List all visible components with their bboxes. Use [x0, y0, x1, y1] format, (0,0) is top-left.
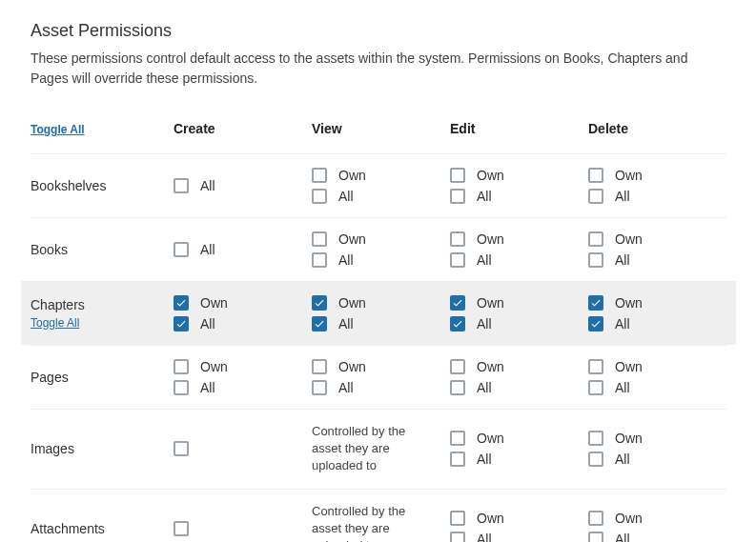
checkbox-create-all[interactable]: All [174, 178, 312, 193]
permissions-table: Toggle All Create View Edit Delete Books… [31, 117, 725, 542]
checkbox-delete-all[interactable]: All [588, 316, 726, 331]
checkbox-delete-all[interactable]: All [588, 532, 726, 542]
checkbox-view-own[interactable]: Own [312, 231, 450, 247]
checkbox-icon [174, 359, 189, 374]
checkbox-label: All [338, 189, 354, 204]
checkbox-create-own[interactable]: Own [174, 295, 312, 311]
checkbox-label: Own [477, 168, 504, 183]
checkbox-label: Own [338, 359, 366, 374]
row-label: Attachments [31, 489, 174, 542]
checkbox-edit-all[interactable]: All [450, 532, 588, 542]
checkbox-label: Own [338, 168, 366, 183]
checkbox-label: All [200, 380, 215, 395]
perm-cell-create: All [174, 153, 312, 217]
col-header-delete: Delete [588, 117, 726, 153]
checkbox-icon [312, 316, 327, 331]
checkbox-icon [450, 532, 465, 542]
checkbox-label: All [200, 178, 215, 193]
checkbox-label: All [477, 316, 492, 331]
checkbox-icon [588, 295, 603, 311]
checkbox-icon [588, 168, 603, 183]
perm-cell-delete: OwnAll [588, 217, 726, 281]
checkbox-edit-own[interactable]: Own [450, 168, 588, 183]
checkbox-label: Own [477, 359, 504, 374]
checkbox-label: Own [615, 295, 643, 311]
checkbox-view-all[interactable]: All [312, 252, 450, 268]
perm-cell-create [174, 489, 312, 542]
checkbox-edit-own[interactable]: Own [450, 295, 588, 311]
perm-cell-edit: OwnAll [450, 281, 588, 345]
checkbox-delete-own[interactable]: Own [588, 231, 726, 247]
checkbox-edit-all[interactable]: All [450, 189, 588, 204]
checkbox-view-all[interactable]: All [312, 189, 450, 204]
toggle-all-row[interactable]: Toggle All [31, 316, 174, 330]
checkbox-view-all[interactable]: All [312, 380, 450, 395]
checkbox-delete-own[interactable]: Own [588, 431, 726, 446]
checkbox-delete-all[interactable]: All [588, 452, 726, 467]
checkbox-label: Own [477, 431, 504, 446]
checkbox-delete-all[interactable]: All [588, 380, 726, 395]
checkbox-edit-own[interactable]: Own [450, 431, 588, 446]
checkbox-label: All [477, 452, 492, 467]
checkbox-icon [312, 295, 327, 311]
checkbox-delete-own[interactable]: Own [588, 359, 726, 374]
checkbox-view-own[interactable]: Own [312, 295, 450, 311]
checkbox-edit-all[interactable]: All [450, 452, 588, 467]
checkbox-delete-all[interactable]: All [588, 252, 726, 268]
checkbox-edit-all[interactable]: All [450, 316, 588, 331]
checkbox-edit-own[interactable]: Own [450, 359, 588, 374]
checkbox-icon [450, 295, 465, 311]
checkbox-label: Own [477, 511, 504, 526]
checkbox-view-own[interactable]: Own [312, 359, 450, 374]
checkbox-icon [588, 231, 603, 247]
checkbox-edit-own[interactable]: Own [450, 231, 588, 247]
perm-cell-view: OwnAll [312, 345, 450, 409]
checkbox-label: All [477, 380, 492, 395]
row-label: Images [31, 409, 174, 489]
row-label: ChaptersToggle All [21, 281, 174, 345]
checkbox-delete-all[interactable]: All [588, 189, 726, 204]
checkbox-edit-own[interactable]: Own [450, 511, 588, 526]
checkbox-delete-own[interactable]: Own [588, 168, 726, 183]
checkbox-edit-all[interactable]: All [450, 380, 588, 395]
checkbox-delete-own[interactable]: Own [588, 511, 726, 526]
checkbox-delete-own[interactable]: Own [588, 295, 726, 311]
checkbox-create-own[interactable]: Own [174, 359, 312, 374]
perm-cell-edit: OwnAll [450, 217, 588, 281]
checkbox-icon [312, 189, 327, 204]
checkbox-icon [174, 242, 189, 257]
checkbox-label: Own [615, 431, 643, 446]
checkbox-label: All [338, 252, 354, 268]
row-label-text: Attachments [31, 521, 174, 536]
checkbox-create-all[interactable]: All [174, 380, 312, 395]
perm-cell-edit: OwnAll [450, 345, 588, 409]
row-label-text: Books [31, 242, 174, 257]
checkbox-label: All [200, 242, 215, 257]
checkbox-label: Own [200, 295, 228, 311]
checkbox-label: All [338, 380, 354, 395]
row-label-text: Pages [31, 370, 174, 385]
checkbox-icon [450, 168, 465, 183]
checkbox-icon [588, 316, 603, 331]
perm-cell-delete: OwnAll [588, 489, 726, 542]
checkbox-icon [312, 168, 327, 183]
checkbox-label: All [615, 452, 630, 467]
perm-cell-edit: OwnAll [450, 409, 588, 489]
permissions-panel: Asset Permissions These permissions cont… [0, 0, 756, 542]
checkbox-label: Own [615, 168, 643, 183]
page-description: These permissions control default access… [31, 49, 725, 89]
checkbox-icon [312, 231, 327, 247]
checkbox-edit-all[interactable]: All [450, 252, 588, 268]
checkbox-create-all[interactable]: All [174, 242, 312, 257]
checkbox-create-all[interactable]: All [174, 316, 312, 331]
checkbox-create-blank[interactable] [174, 441, 312, 456]
checkbox-label: All [477, 532, 492, 542]
checkbox-view-own[interactable]: Own [312, 168, 450, 183]
perm-cell-edit: OwnAll [450, 489, 588, 542]
checkbox-icon [588, 511, 603, 526]
checkbox-icon [174, 316, 189, 331]
checkbox-view-all[interactable]: All [312, 316, 450, 331]
checkbox-create-blank[interactable] [174, 521, 312, 536]
toggle-all-global[interactable]: Toggle All [31, 123, 85, 136]
checkbox-icon [450, 452, 465, 467]
